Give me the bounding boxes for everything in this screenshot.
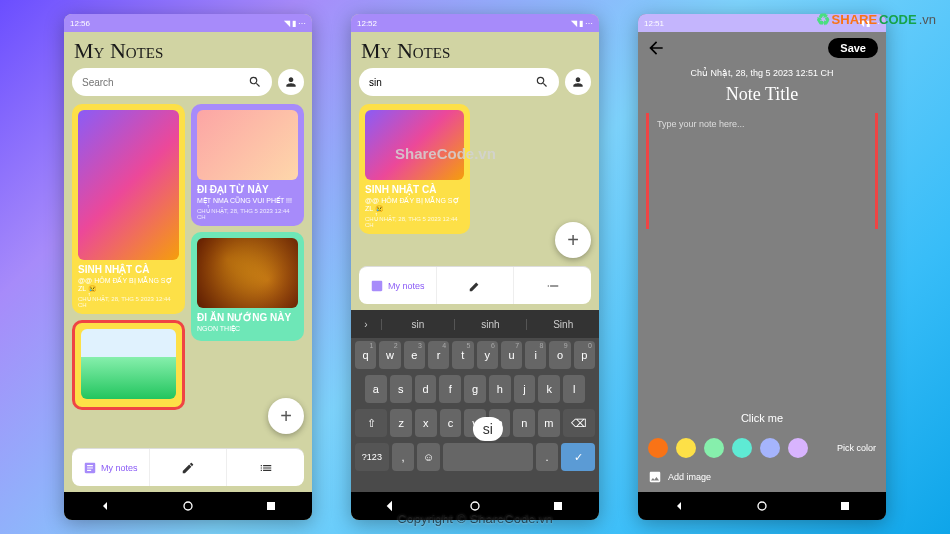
note-date: CHỦ NHẬT, 28, THG 5 2023 12:44 CH xyxy=(78,295,179,308)
nav-list[interactable] xyxy=(513,267,591,304)
back-icon[interactable] xyxy=(671,498,687,514)
key-t[interactable]: t5 xyxy=(452,341,473,369)
back-button[interactable] xyxy=(646,38,666,58)
home-icon[interactable] xyxy=(754,498,770,514)
key-h[interactable]: h xyxy=(489,375,511,403)
chevron-icon[interactable]: › xyxy=(351,319,381,330)
key-r[interactable]: r4 xyxy=(428,341,449,369)
note-title: SINH NHẬT CÀ xyxy=(365,184,464,195)
key-u[interactable]: u7 xyxy=(501,341,522,369)
key-k[interactable]: k xyxy=(538,375,560,403)
svg-rect-1 xyxy=(267,502,275,510)
system-nav xyxy=(638,492,886,520)
key-shift[interactable]: ⇧ xyxy=(355,409,387,437)
key-backspace[interactable]: ⌫ xyxy=(563,409,595,437)
search-input[interactable] xyxy=(82,77,248,88)
save-button[interactable]: Save xyxy=(828,38,878,58)
key-y[interactable]: y6 xyxy=(477,341,498,369)
note-card[interactable]: ĐI ĂN NƯỚNG NÀY NGON THIỆC xyxy=(191,232,304,341)
editor-body[interactable]: Type your note here... xyxy=(646,113,878,404)
add-note-fab[interactable]: + xyxy=(555,222,591,258)
key-q[interactable]: q1 xyxy=(355,341,376,369)
click-me-button[interactable]: Click me xyxy=(638,404,886,432)
logo-suffix: .vn xyxy=(919,12,936,27)
status-time: 12:52 xyxy=(357,19,377,28)
kb-row: a s d f g h j k l xyxy=(351,372,599,406)
sharecode-logo: ♻ SHARECODE.vn xyxy=(816,10,936,29)
nav-edit[interactable] xyxy=(149,449,227,486)
notes-icon xyxy=(83,461,97,475)
kb-row: ?123 , ☺ si . ✓ xyxy=(351,440,599,474)
key-m[interactable]: m xyxy=(538,409,560,437)
recent-icon[interactable] xyxy=(263,498,279,514)
color-purple[interactable] xyxy=(788,438,808,458)
phone-notes-search: 12:52 ◥ ▮ ⋯ My Notes SINH NHẬT CÀ @@ HÔM… xyxy=(351,14,599,520)
key-z[interactable]: z xyxy=(390,409,412,437)
color-teal[interactable] xyxy=(732,438,752,458)
key-p[interactable]: p0 xyxy=(574,341,595,369)
nav-my-notes[interactable]: My notes xyxy=(72,449,149,486)
grid-col-left: SINH NHẬT CÀ @@ HÔM ĐẤY BỊ MẮNG SỢ ZL 😢 … xyxy=(72,104,185,442)
key-dot[interactable]: . xyxy=(536,443,559,471)
status-bar: 12:52 ◥ ▮ ⋯ xyxy=(351,14,599,32)
key-w[interactable]: w2 xyxy=(379,341,400,369)
nav-list[interactable] xyxy=(226,449,304,486)
key-o[interactable]: o9 xyxy=(549,341,570,369)
note-card[interactable]: SINH NHẬT CÀ @@ HÔM ĐẤY BỊ MẮNG SỢ ZL 😢 … xyxy=(359,104,470,234)
key-e[interactable]: e3 xyxy=(404,341,425,369)
search-input[interactable] xyxy=(369,77,535,88)
key-comma[interactable]: , xyxy=(392,443,415,471)
suggestion[interactable]: sinh xyxy=(454,319,527,330)
color-green[interactable] xyxy=(704,438,724,458)
color-yellow[interactable] xyxy=(676,438,696,458)
note-card[interactable]: SINH NHẬT CÀ @@ HÔM ĐẤY BỊ MẮNG SỢ ZL 😢 … xyxy=(72,104,185,314)
key-l[interactable]: l xyxy=(563,375,585,403)
key-g[interactable]: g xyxy=(464,375,486,403)
svg-rect-3 xyxy=(554,502,562,510)
note-card[interactable]: ĐI ĐẠI TỪ NÀY MỆT NMA CŨNG VUI PHẾT !!! … xyxy=(191,104,304,226)
suggestion[interactable]: sin xyxy=(381,319,454,330)
list-icon xyxy=(259,461,273,475)
key-a[interactable]: a xyxy=(365,375,387,403)
key-s[interactable]: s xyxy=(390,375,412,403)
color-indigo[interactable] xyxy=(760,438,780,458)
home-icon[interactable] xyxy=(180,498,196,514)
editor-title[interactable]: Note Title xyxy=(638,82,886,113)
note-date: CHỦ NHẬT, 28, THG 5 2023 12:44 CH xyxy=(365,215,464,228)
key-j[interactable]: j xyxy=(514,375,536,403)
note-card[interactable] xyxy=(72,320,185,410)
key-x[interactable]: x xyxy=(415,409,437,437)
key-n[interactable]: n xyxy=(513,409,535,437)
key-i[interactable]: i8 xyxy=(525,341,546,369)
pencil-icon xyxy=(181,461,195,475)
back-icon[interactable] xyxy=(97,498,113,514)
search-bar[interactable] xyxy=(72,68,272,96)
add-image-label: Add image xyxy=(668,472,711,482)
bottom-nav: My notes xyxy=(359,266,591,304)
search-bar[interactable] xyxy=(359,68,559,96)
list-icon xyxy=(546,279,560,293)
key-d[interactable]: d xyxy=(415,375,437,403)
search-icon xyxy=(535,75,549,89)
suggestion[interactable]: Sinh xyxy=(526,319,599,330)
key-symbols[interactable]: ?123 xyxy=(355,443,389,471)
profile-button[interactable] xyxy=(565,69,591,95)
add-note-fab[interactable]: + xyxy=(268,398,304,434)
status-time: 12:51 xyxy=(644,19,664,28)
nav-my-notes[interactable]: My notes xyxy=(359,267,436,304)
add-image-button[interactable]: Add image xyxy=(638,464,886,492)
app-title: My Notes xyxy=(351,32,599,68)
person-icon xyxy=(284,75,298,89)
nav-edit[interactable] xyxy=(436,267,514,304)
color-orange[interactable] xyxy=(648,438,668,458)
key-space[interactable]: si xyxy=(443,443,533,471)
app-title: My Notes xyxy=(64,32,312,68)
key-f[interactable]: f xyxy=(439,375,461,403)
search-row xyxy=(351,68,599,104)
recent-icon[interactable] xyxy=(837,498,853,514)
key-c[interactable]: c xyxy=(440,409,462,437)
pick-color-label[interactable]: Pick color xyxy=(837,443,876,453)
profile-button[interactable] xyxy=(278,69,304,95)
key-emoji[interactable]: ☺ xyxy=(417,443,440,471)
key-enter[interactable]: ✓ xyxy=(561,443,595,471)
